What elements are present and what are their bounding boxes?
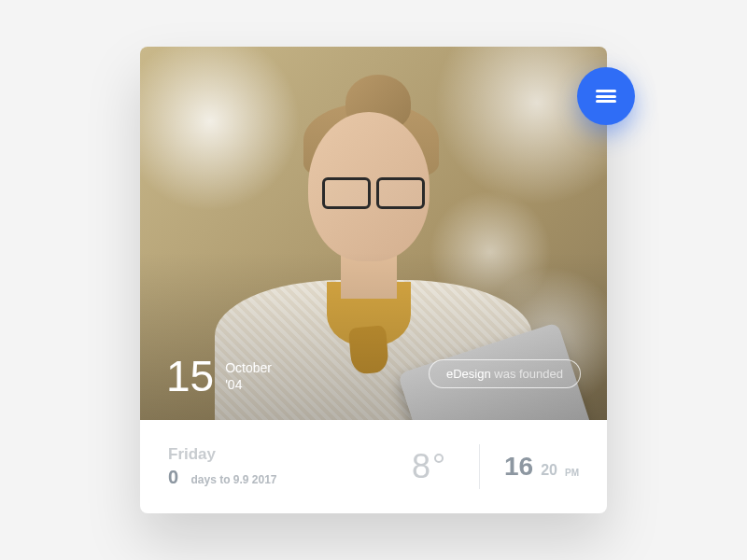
footer-bar: Friday 0 days to 9.9 2017 8 16 20 PM bbox=[140, 420, 607, 513]
weekday-label: Friday bbox=[168, 445, 412, 464]
divider bbox=[479, 444, 480, 489]
hamburger-icon bbox=[596, 90, 616, 103]
date-day: 15 bbox=[166, 355, 214, 398]
time-minute: 20 bbox=[541, 462, 557, 479]
countdown-number: 0 bbox=[168, 467, 178, 487]
hero-image: 15 October '04 eDesign was founded bbox=[140, 47, 607, 420]
badge-brand: eDesign bbox=[446, 367, 491, 381]
time-period: PM bbox=[565, 468, 579, 482]
menu-button[interactable] bbox=[577, 67, 635, 125]
countdown: 0 days to 9.9 2017 bbox=[168, 467, 412, 488]
date-block: 15 October '04 bbox=[166, 355, 272, 398]
date-year: '04 bbox=[225, 376, 272, 393]
time: 16 20 PM bbox=[504, 452, 579, 482]
event-badge: eDesign was founded bbox=[429, 359, 581, 388]
badge-text: was founded bbox=[491, 367, 563, 381]
countdown-label: days to 9.9 2017 bbox=[190, 473, 276, 486]
date-month: October bbox=[225, 359, 272, 376]
dashboard-card: 15 October '04 eDesign was founded Frida… bbox=[140, 47, 607, 513]
temperature: 8 bbox=[412, 447, 455, 486]
time-hour: 16 bbox=[504, 452, 533, 482]
